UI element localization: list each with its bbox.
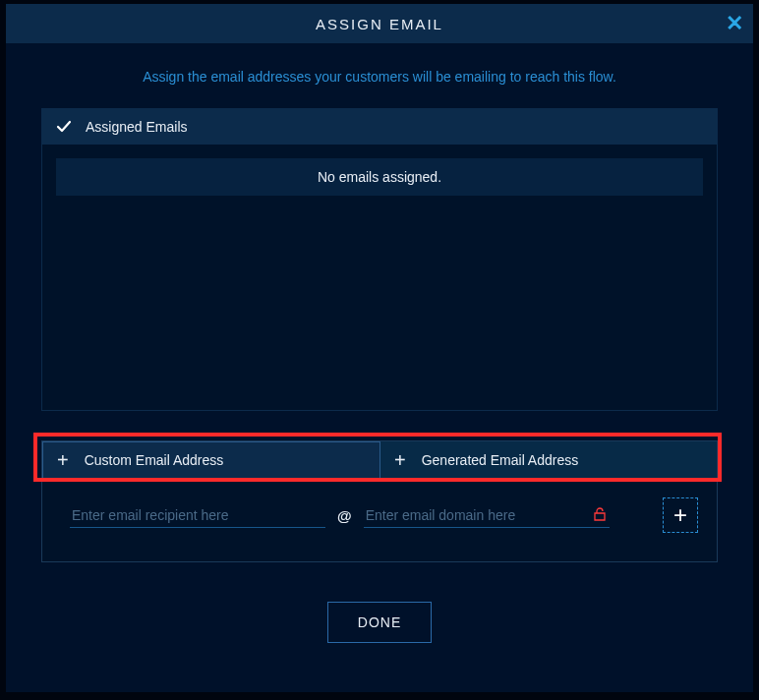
dialog-title: ASSIGN EMAIL [316, 16, 443, 32]
lock-icon [594, 507, 606, 524]
dialog-subtitle: Assign the email addresses your customer… [6, 69, 753, 85]
plus-icon: + [673, 501, 687, 529]
tabs-row: + Custom Email Address + Generated Email… [42, 441, 717, 479]
plus-icon: + [57, 450, 69, 470]
check-icon [56, 119, 72, 135]
dialog-actions: DONE [6, 602, 753, 643]
tab-label: Generated Email Address [422, 452, 579, 468]
assigned-emails-header: Assigned Emails [42, 109, 717, 145]
empty-state-text: No emails assigned. [318, 169, 441, 185]
done-button[interactable]: DONE [327, 602, 432, 643]
email-entry-panel: + Custom Email Address + Generated Email… [41, 440, 718, 562]
plus-icon: + [394, 450, 406, 470]
tab-label: Custom Email Address [85, 452, 224, 468]
assigned-emails-label: Assigned Emails [86, 119, 188, 135]
email-inputs-row: @ + [42, 479, 717, 561]
assign-email-dialog: ASSIGN EMAIL ✕ Assign the email addresse… [6, 4, 753, 692]
assigned-emails-body: No emails assigned. [42, 145, 717, 410]
at-symbol: @ [335, 507, 354, 524]
tab-generated-email[interactable]: + Generated Email Address [380, 441, 717, 479]
email-recipient-input[interactable] [70, 503, 325, 528]
tab-custom-email[interactable]: + Custom Email Address [42, 441, 380, 479]
email-domain-input[interactable] [364, 503, 610, 528]
close-icon[interactable]: ✕ [726, 13, 743, 34]
empty-state: No emails assigned. [56, 158, 703, 196]
add-email-button[interactable]: + [664, 498, 697, 532]
dialog-titlebar: ASSIGN EMAIL ✕ [6, 4, 753, 43]
assigned-emails-panel: Assigned Emails No emails assigned. [41, 108, 718, 411]
